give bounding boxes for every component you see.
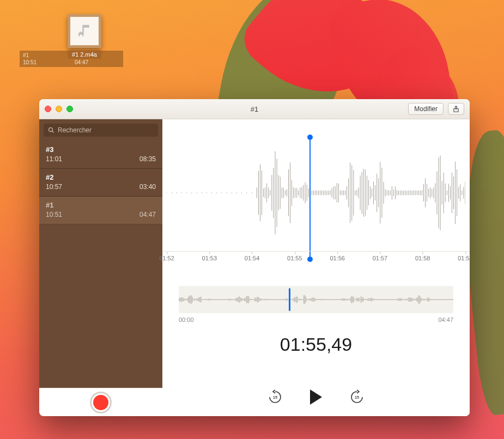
- svg-point-16: [236, 192, 237, 194]
- svg-point-11: [211, 192, 212, 194]
- skip-forward-icon: 15: [349, 389, 365, 405]
- svg-point-18: [247, 192, 247, 194]
- minimize-icon[interactable]: [56, 106, 62, 112]
- overview-marker[interactable]: [289, 288, 290, 311]
- play-button[interactable]: [310, 389, 322, 405]
- behind-file-name: #1: [23, 52, 37, 58]
- svg-point-15: [232, 192, 232, 194]
- svg-point-3: [172, 192, 172, 194]
- window-title: #1: [39, 105, 470, 113]
- svg-point-19: [252, 192, 252, 194]
- svg-point-17: [241, 192, 242, 194]
- svg-text:15: 15: [355, 395, 359, 399]
- ruler-tick: 01:55: [287, 255, 302, 261]
- voice-memos-window: #1 Modifier Rechercher #3 11:01 08:35: [39, 99, 470, 416]
- recording-time: 10:51: [46, 211, 62, 218]
- skip-forward-15-button[interactable]: 15: [349, 389, 365, 405]
- svg-point-8: [197, 192, 197, 194]
- recording-duration: 08:35: [139, 155, 156, 163]
- recording-title: #2: [46, 173, 156, 181]
- sidebar: Rechercher #3 11:01 08:35 #2 10:57 03:40…: [39, 119, 162, 416]
- close-icon[interactable]: [45, 106, 51, 112]
- recording-duration: 04:47: [139, 211, 156, 218]
- recording-title: #1: [46, 201, 156, 209]
- ruler-tick: 01:56: [330, 255, 345, 261]
- svg-point-6: [186, 192, 187, 194]
- search-placeholder: Rechercher: [58, 126, 92, 134]
- share-button[interactable]: [448, 103, 464, 115]
- recording-item[interactable]: #3 11:01 08:35: [39, 141, 162, 169]
- recordings-list[interactable]: #3 11:01 08:35 #2 10:57 03:40 #1 10:51 0…: [39, 141, 162, 388]
- svg-point-9: [202, 192, 202, 194]
- recording-item[interactable]: #1 10:51 04:47: [39, 197, 162, 224]
- recording-item[interactable]: #2 10:57 03:40: [39, 169, 162, 197]
- skip-back-15-button[interactable]: 15: [268, 389, 283, 405]
- svg-point-14: [227, 192, 227, 194]
- svg-point-12: [217, 192, 217, 194]
- zoom-icon[interactable]: [66, 106, 73, 112]
- search-icon: [48, 127, 54, 133]
- recording-time: 11:01: [46, 155, 62, 163]
- ruler-tick: 01:57: [373, 255, 388, 261]
- svg-point-13: [222, 192, 222, 194]
- ruler-tick: 01:53: [202, 255, 217, 261]
- ruler-tick: 01:54: [245, 255, 260, 261]
- desktop-file-m4a[interactable]: #1 2.m4a: [68, 14, 101, 59]
- recording-time: 10:57: [46, 183, 62, 191]
- modify-button[interactable]: Modifier: [408, 103, 444, 115]
- titlebar[interactable]: #1 Modifier: [39, 99, 470, 119]
- svg-point-1: [49, 128, 53, 132]
- record-icon: [93, 395, 108, 410]
- current-time: 01:55,49: [162, 334, 470, 355]
- ruler-tick: 01:58: [415, 255, 430, 261]
- svg-point-7: [192, 192, 192, 194]
- share-icon: [452, 105, 460, 113]
- svg-point-10: [207, 192, 207, 194]
- recording-duration: 03:40: [139, 183, 156, 191]
- overview-end: 04:47: [438, 316, 453, 323]
- detail-pane: 01:5201:5301:5401:5501:5601:5701:5801:59…: [162, 119, 470, 416]
- overview-start: 00:00: [179, 316, 194, 323]
- overview-waveform[interactable]: [179, 286, 453, 313]
- window-controls[interactable]: [45, 106, 73, 112]
- ruler-tick: 01:59: [458, 255, 470, 261]
- desktop-file-label: #1 2.m4a: [68, 50, 101, 59]
- svg-text:15: 15: [273, 395, 277, 399]
- svg-point-5: [181, 192, 182, 194]
- recording-title: #3: [46, 145, 156, 154]
- behind-file-duration: 04:47: [75, 59, 88, 65]
- search-input[interactable]: Rechercher: [44, 124, 158, 137]
- svg-point-4: [177, 192, 177, 194]
- ruler-tick: 01:52: [159, 255, 174, 261]
- time-ruler[interactable]: 01:5201:5301:5401:5501:5601:5701:5801:59: [162, 251, 470, 276]
- music-note-icon: [76, 23, 93, 39]
- play-icon: [310, 389, 322, 405]
- record-button[interactable]: [90, 392, 112, 413]
- behind-file-time: 10:51: [23, 59, 37, 65]
- skip-back-icon: 15: [268, 389, 283, 405]
- waveform[interactable]: [167, 135, 465, 251]
